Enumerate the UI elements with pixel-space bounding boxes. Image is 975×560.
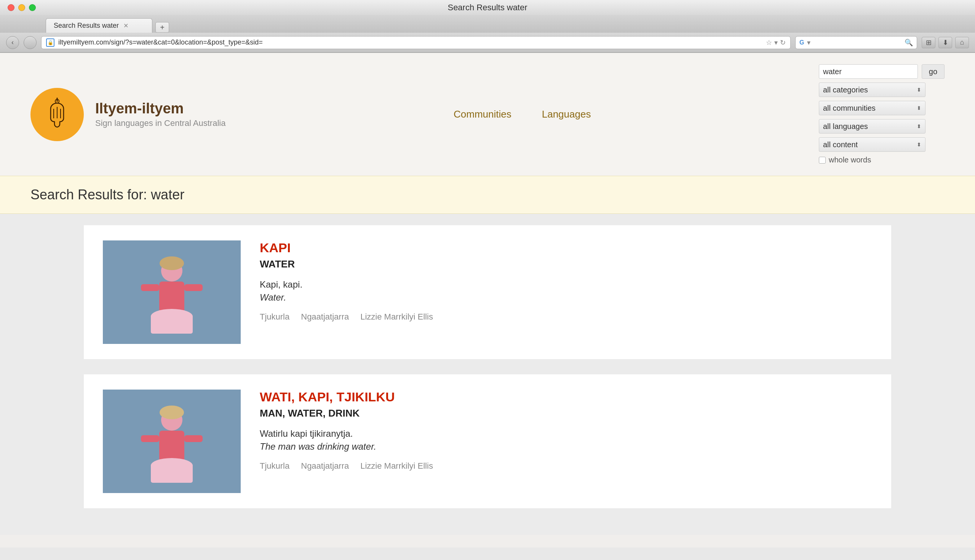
languages-arrow-icon: ⬍ <box>917 123 921 129</box>
download-button[interactable]: ⬇ <box>938 37 952 48</box>
minimize-button[interactable] <box>18 4 25 11</box>
whole-words-label: whole words <box>829 156 871 164</box>
navigation-bar: ‹ › 🔒 iltyemiltyem.com/sign/?s=water&cat… <box>0 33 975 52</box>
result-thumbnail-2[interactable] <box>103 390 241 493</box>
forward-icon: › <box>29 38 31 47</box>
result-english-1: WATER <box>260 258 872 270</box>
logo-hand-icon <box>40 97 74 132</box>
communities-filter[interactable]: all communities ⬍ <box>819 101 925 115</box>
close-button[interactable] <box>8 4 15 11</box>
search-area: go all categories ⬍ all communities ⬍ al… <box>819 64 945 164</box>
communities-arrow-icon: ⬍ <box>917 105 921 111</box>
site-name: Iltyem-iltyem <box>95 100 226 117</box>
result-content-1: KAPI WATER Kapi, kapi. Water. Tjukurla N… <box>260 240 872 322</box>
site-logo[interactable] <box>30 88 84 141</box>
categories-filter-label: all categories <box>823 86 868 94</box>
result-person-1: Lizzie Marrkilyi Ellis <box>360 312 433 322</box>
url-text: iltyemiltyem.com/sign/?s=water&cat=0&loc… <box>58 38 762 47</box>
result-item: KAPI WATER Kapi, kapi. Water. Tjukurla N… <box>84 225 891 359</box>
go-button[interactable]: go <box>921 64 945 79</box>
svg-rect-4 <box>141 284 159 291</box>
svg-point-16 <box>160 405 184 419</box>
result-item-2: WATI, KAPI, TJIKILKU MAN, WATER, DRINK W… <box>84 374 891 508</box>
search-engine-icon: G <box>799 39 804 46</box>
results-banner: Search Results for: water <box>0 176 975 214</box>
result-title-2[interactable]: WATI, KAPI, TJIKILKU <box>260 390 872 404</box>
search-icon[interactable]: 🔍 <box>905 38 913 47</box>
extensions-button[interactable]: ⊞ <box>921 37 935 48</box>
svg-rect-13 <box>184 435 202 442</box>
address-bar[interactable]: 🔒 iltyemiltyem.com/sign/?s=water&cat=0&l… <box>41 36 791 49</box>
security-icon: 🔒 <box>46 38 54 47</box>
content-arrow-icon: ⬍ <box>917 142 921 148</box>
result-content-2: WATI, KAPI, TJIKILKU MAN, WATER, DRINK W… <box>260 390 872 471</box>
search-input[interactable] <box>819 64 918 79</box>
browser-search-bar[interactable]: G ▾ 🔍 <box>795 36 917 49</box>
categories-filter[interactable]: all categories ⬍ <box>819 83 925 97</box>
result-community-1: Tjukurla <box>260 312 289 322</box>
back-button[interactable]: ‹ <box>6 36 19 49</box>
active-tab[interactable]: Search Results water ✕ <box>46 18 152 33</box>
result-meta-2: Tjukurla Ngaatjatjarra Lizzie Marrkilyi … <box>260 461 872 471</box>
communities-nav-link[interactable]: Communities <box>453 108 512 120</box>
svg-rect-12 <box>141 435 159 442</box>
result-native-1: Kapi, kapi. <box>260 279 872 290</box>
languages-nav-link[interactable]: Languages <box>542 108 591 120</box>
tab-bar: Search Results water ✕ + <box>0 15 975 33</box>
result-person-2: Lizzie Marrkilyi Ellis <box>360 461 433 471</box>
wati-video-thumbnail <box>103 390 241 493</box>
result-community-2: Tjukurla <box>260 461 289 471</box>
kapi-video-thumbnail <box>103 240 241 344</box>
forward-button[interactable]: › <box>23 36 37 49</box>
tab-label: Search Results water <box>54 22 119 30</box>
site-container: Iltyem-iltyem Sign languages in Central … <box>0 53 975 547</box>
svg-rect-5 <box>184 284 202 291</box>
result-language-2: Ngaatjatjarra <box>301 461 349 471</box>
new-tab-button[interactable]: + <box>156 22 169 33</box>
languages-filter[interactable]: all languages ⬍ <box>819 119 925 133</box>
svg-rect-7 <box>151 315 193 333</box>
communities-filter-label: all communities <box>823 104 876 113</box>
main-navigation: Communities Languages <box>453 108 591 120</box>
site-tagline: Sign languages in Central Australia <box>95 118 226 128</box>
logo-area: Iltyem-iltyem Sign languages in Central … <box>30 88 226 141</box>
content-filter[interactable]: all content ⬍ <box>819 137 925 152</box>
categories-arrow-icon: ⬍ <box>917 87 921 93</box>
maximize-button[interactable] <box>29 4 36 11</box>
results-area: KAPI WATER Kapi, kapi. Water. Tjukurla N… <box>0 214 975 535</box>
svg-point-8 <box>160 257 184 270</box>
back-icon: ‹ <box>12 38 14 47</box>
result-translation-2: The man was drinking water. <box>260 441 872 452</box>
whole-words-checkbox[interactable] <box>819 157 826 163</box>
result-title-1[interactable]: KAPI <box>260 240 872 255</box>
result-language-1: Ngaatjatjarra <box>301 312 349 322</box>
result-meta-1: Tjukurla Ngaatjatjarra Lizzie Marrkilyi … <box>260 312 872 322</box>
reload-icon[interactable]: ↻ <box>780 38 786 47</box>
site-header: Iltyem-iltyem Sign languages in Central … <box>0 53 975 176</box>
result-thumbnail-1[interactable] <box>103 240 241 344</box>
bookmark-down-icon[interactable]: ▾ <box>774 38 778 47</box>
results-heading: Search Results for: water <box>30 187 945 203</box>
result-english-2: MAN, WATER, DRINK <box>260 407 872 419</box>
result-native-2: Watirlu kapi tjikiranytja. <box>260 428 872 439</box>
search-dropdown-icon[interactable]: ▾ <box>807 38 811 47</box>
result-translation-1: Water. <box>260 292 872 303</box>
languages-filter-label: all languages <box>823 122 868 131</box>
title-bar: Search Results water <box>0 0 975 15</box>
svg-rect-15 <box>151 464 193 483</box>
tab-close-icon[interactable]: ✕ <box>124 22 128 29</box>
content-filter-label: all content <box>823 140 858 149</box>
home-button[interactable]: ⌂ <box>955 37 969 48</box>
window-title: Search Results water <box>448 3 527 13</box>
bookmark-icon[interactable]: ☆ <box>766 38 772 47</box>
